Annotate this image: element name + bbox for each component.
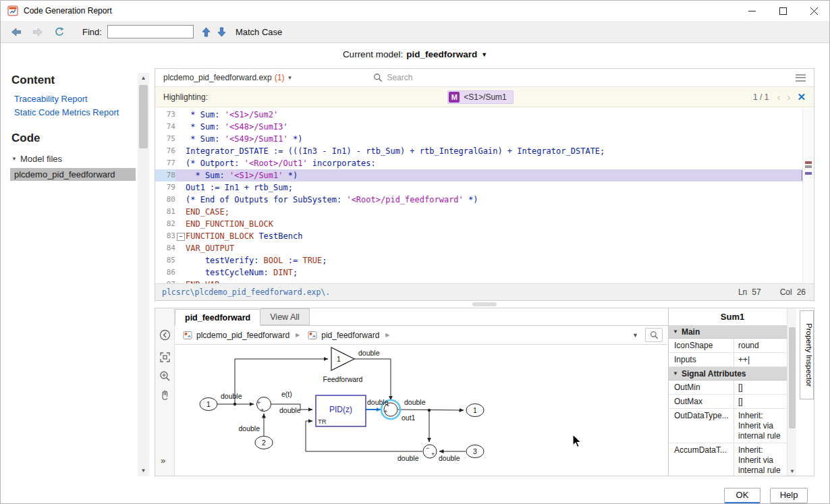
signal-type-label: double	[221, 392, 242, 400]
inspector-section-header[interactable]: ▼Main	[669, 325, 787, 339]
tab-pid-feedforward[interactable]: pid_feedforward	[175, 309, 260, 326]
pid-block[interactable]: PID(z) TR	[316, 395, 366, 426]
tab-view-all[interactable]: View All	[260, 308, 310, 325]
code-line-80[interactable]: 80(* End of Outputs for SubSystem: '<Roo…	[155, 194, 802, 206]
previous-match-icon[interactable]: ‹	[777, 92, 780, 102]
expand-panel-icon[interactable]: »	[161, 455, 172, 467]
breadcrumb-label: plcdemo_pid_feedforward	[196, 331, 289, 340]
minimize-button[interactable]	[736, 1, 767, 21]
file-dropdown[interactable]: plcdemo_pid_feedforward.exp	[163, 73, 272, 82]
chevron-down-icon[interactable]: ▼	[481, 51, 487, 58]
fold-spacer	[175, 181, 186, 194]
scroll-down-icon[interactable]: ▼	[138, 466, 149, 476]
code-text: testVerify: BOOL := TRUE;	[186, 254, 327, 267]
property-value[interactable]: []	[734, 395, 787, 408]
code-line-82[interactable]: 82END_FUNCTION_BLOCK	[155, 218, 802, 230]
annotation-mark[interactable]	[805, 172, 812, 175]
code-line-73[interactable]: 73 * Sum: '<S1>/Sum2'	[155, 109, 802, 121]
code-line-75[interactable]: 75 * Sum: '<S49>/SumI1' *)	[155, 133, 802, 145]
inport-3[interactable]: 3	[466, 445, 484, 458]
outport-1[interactable]: 1	[466, 404, 484, 417]
static-code-metrics-link[interactable]: Static Code Metrics Report	[14, 107, 119, 117]
inspector-section-header[interactable]: ▼Signal Attributes	[669, 367, 787, 381]
model-files-node[interactable]: ▼ Model files	[11, 154, 62, 164]
back-icon[interactable]	[10, 27, 22, 37]
zoom-in-icon[interactable]	[159, 370, 171, 382]
code-line-84[interactable]: 84VAR_OUTPUT	[155, 242, 802, 254]
navigate-back-icon[interactable]	[159, 329, 171, 341]
code-line-86[interactable]: 86 testCycleNum: DINT;	[155, 267, 802, 279]
code-search[interactable]: Search	[373, 73, 412, 82]
property-value[interactable]: round	[734, 339, 787, 352]
code-line-74[interactable]: 74 * Sum: '<S48>/SumI3'	[155, 121, 802, 133]
search-placeholder[interactable]: Search	[387, 73, 412, 82]
property-value[interactable]: Inherit: Inherit via internal rule	[734, 409, 787, 443]
property-inspector-tab[interactable]: Property Inspector	[800, 310, 814, 399]
scroll-down-icon[interactable]: ▼	[787, 468, 797, 474]
close-button[interactable]	[798, 1, 829, 21]
highlight-chip[interactable]: M <S1>/Sum1	[447, 90, 513, 104]
sidebar-item-selected-file[interactable]: plcdemo_pid_feedforward	[10, 168, 136, 181]
chevron-down-icon[interactable]: ▼	[632, 332, 638, 339]
inport-1[interactable]: 1	[200, 398, 217, 411]
forward-icon[interactable]	[32, 27, 44, 37]
block-name: Feedforward	[323, 375, 363, 383]
feedforward-gain-block[interactable]: 1	[331, 347, 354, 370]
code-line-83[interactable]: 83FUNCTION_BLOCK TestBench	[155, 230, 802, 242]
help-button[interactable]: Help	[770, 488, 808, 503]
maximize-button[interactable]	[767, 1, 798, 21]
code-line-77[interactable]: 77(* Outport: '<Root>/Out1' incorporates…	[155, 157, 802, 169]
next-match-icon[interactable]: ›	[787, 92, 790, 102]
scrollbar-thumb[interactable]	[789, 327, 796, 428]
scroll-up-icon[interactable]: ▲	[138, 73, 149, 84]
cursor-position: Ln 57 Col 26	[738, 287, 806, 297]
fold-toggle-icon[interactable]	[175, 230, 186, 242]
annotation-mark[interactable]	[805, 161, 812, 164]
code-line-78[interactable]: 78 * Sum: '<S1>/Sum1' *)	[155, 169, 802, 181]
find-next-icon[interactable]	[217, 27, 226, 37]
fold-spacer	[175, 133, 186, 145]
sum-block-1[interactable]: + +	[257, 397, 271, 414]
fit-to-view-icon[interactable]	[159, 352, 171, 363]
svg-text:−: −	[426, 445, 429, 451]
chevron-down-icon[interactable]: ▼	[287, 75, 292, 81]
property-value[interactable]: []	[734, 381, 787, 394]
current-model-value[interactable]: pid_feedforward	[406, 49, 477, 59]
match-case-toggle[interactable]: Match Case	[236, 27, 282, 37]
breadcrumb-item-model[interactable]: plcdemo_pid_feedforward	[183, 331, 289, 340]
code-view-panel: plcdemo_pid_feedforward.exp (1) ▼ Search…	[155, 68, 814, 301]
sum-block-3[interactable]: − +	[423, 445, 437, 458]
find-previous-icon[interactable]	[202, 27, 211, 37]
refresh-icon[interactable]	[53, 26, 65, 37]
property-value[interactable]: Inherit: Inherit via internal rule	[734, 443, 787, 476]
inspector-row: IconShaperound	[669, 339, 787, 353]
sidebar-scrollbar[interactable]: ▲ ▼	[138, 73, 149, 476]
breadcrumb-item-subsystem[interactable]: pid_feedforward	[308, 331, 379, 340]
model-canvas[interactable]: 1 Feedforward PID(z) TR + +	[175, 345, 668, 476]
inspector-scrollbar[interactable]: ▼	[787, 308, 796, 476]
scrollbar-thumb[interactable]	[139, 85, 148, 148]
menu-icon[interactable]	[796, 74, 806, 82]
splitter-handle[interactable]	[472, 302, 497, 306]
code-scrollbar[interactable]	[802, 109, 814, 284]
find-input[interactable]	[107, 25, 194, 38]
code-line-76[interactable]: 76Integrator_DSTATE := (((In3 - In1) - r…	[155, 145, 802, 157]
inport-2[interactable]: 2	[255, 437, 273, 449]
property-label: OutMin	[669, 381, 734, 394]
canvas-search-button[interactable]	[645, 328, 663, 342]
close-highlight-icon[interactable]: ✕	[797, 92, 806, 102]
code-line-81[interactable]: 81END_CASE;	[155, 206, 802, 218]
ok-button[interactable]: OK	[724, 488, 760, 503]
traceability-report-link[interactable]: Traceability Report	[14, 94, 88, 104]
fold-spacer	[175, 169, 186, 181]
section-title: Main	[682, 327, 700, 337]
annotation-mark[interactable]	[805, 165, 812, 168]
content-heading: Content	[11, 74, 55, 87]
breadcrumb-separator-icon: ▶	[385, 332, 389, 338]
model-diagram: 1 Feedforward PID(z) TR + +	[175, 345, 668, 476]
code-line-85[interactable]: 85 testVerify: BOOL := TRUE;	[155, 254, 802, 267]
code-line-79[interactable]: 79Out1 := In1 + rtb_Sum;	[155, 181, 802, 194]
col-label: Col	[780, 287, 792, 297]
pan-hand-icon[interactable]	[159, 389, 171, 401]
property-value[interactable]: ++|	[734, 353, 787, 366]
